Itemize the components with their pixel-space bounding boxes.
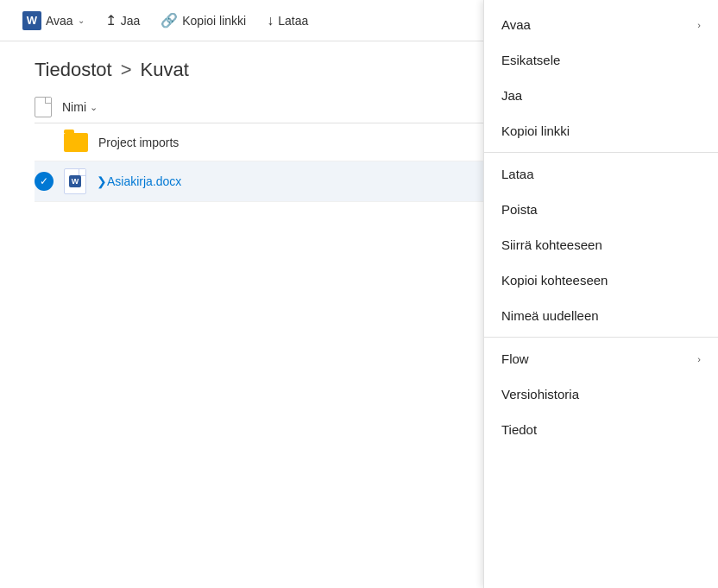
- menu-item-tiedot[interactable]: Tiedot: [484, 412, 718, 447]
- menu-divider: [484, 337, 718, 338]
- menu-item-kopioi-kohteeseen[interactable]: Kopioi kohteeseen: [484, 262, 718, 298]
- open-label: Avaa: [46, 14, 73, 28]
- word-badge: W: [69, 175, 81, 187]
- menu-item-avaa[interactable]: Avaa›: [484, 7, 718, 42]
- breadcrumb-current: Kuvat: [141, 59, 189, 81]
- share-label: Jaa: [121, 14, 141, 28]
- menu-item-label: Kopioi linkki: [501, 123, 701, 138]
- word-icon: W: [22, 11, 41, 30]
- chevron-down-icon: ⌄: [78, 16, 85, 25]
- menu-item-jaa[interactable]: Jaa: [484, 78, 718, 113]
- menu-item-label: Nimeä uudelleen: [501, 308, 701, 323]
- menu-item-label: Avaa: [501, 17, 697, 32]
- download-button[interactable]: ↓ Lataa: [258, 9, 317, 33]
- menu-item-poista[interactable]: Poista: [484, 192, 718, 227]
- download-label: Lataa: [278, 14, 308, 28]
- selection-check: ✓: [35, 172, 54, 191]
- menu-divider: [484, 152, 718, 153]
- copy-link-label: Kopioi linkki: [182, 14, 246, 28]
- folder-icon: [64, 133, 88, 152]
- menu-item-label: Kopioi kohteeseen: [501, 273, 701, 288]
- breadcrumb-root[interactable]: Tiedostot: [35, 59, 112, 81]
- breadcrumb-separator: >: [121, 59, 132, 81]
- menu-item-nimeä-uudelleen[interactable]: Nimeä uudelleen: [484, 298, 718, 333]
- menu-item-esikatsele[interactable]: Esikatsele: [484, 42, 718, 78]
- menu-item-label: Esikatsele: [501, 53, 701, 67]
- menu-item-label: Poista: [501, 202, 701, 217]
- open-button[interactable]: W Avaa ⌄: [14, 7, 93, 35]
- menu-item-label: Lataa: [501, 167, 701, 181]
- menu-item-label: Jaa: [501, 88, 701, 103]
- sort-icon: ⌄: [90, 102, 98, 113]
- copy-link-button[interactable]: 🔗 Kopioi linkki: [152, 8, 255, 33]
- share-icon: ↥: [105, 12, 117, 28]
- link-icon: 🔗: [161, 12, 178, 28]
- menu-item-versiohistoria[interactable]: Versiohistoria: [484, 376, 718, 412]
- menu-item-kopioi-linkki[interactable]: Kopioi linkki: [484, 113, 718, 149]
- menu-item-label: Flow: [501, 351, 697, 366]
- menu-item-flow[interactable]: Flow›: [484, 341, 718, 376]
- menu-item-label: Versiohistoria: [501, 387, 701, 401]
- menu-item-siirrä-kohteeseen[interactable]: Siirrä kohteeseen: [484, 227, 718, 262]
- chevron-right-icon: ›: [697, 354, 701, 364]
- share-button[interactable]: ↥ Jaa: [97, 8, 149, 33]
- word-file-icon: W: [64, 168, 86, 194]
- chevron-right-icon: ›: [697, 20, 701, 30]
- header-icon: [35, 97, 52, 117]
- menu-item-label: Tiedot: [501, 422, 701, 437]
- download-icon: ↓: [267, 13, 274, 28]
- menu-item-lataa[interactable]: Lataa: [484, 156, 718, 192]
- context-menu: Avaa›EsikatseleJaaKopioi linkkiLataaPois…: [483, 0, 718, 588]
- column-name-header[interactable]: Nimi ⌄: [62, 100, 98, 114]
- menu-item-label: Siirrä kohteeseen: [501, 237, 701, 252]
